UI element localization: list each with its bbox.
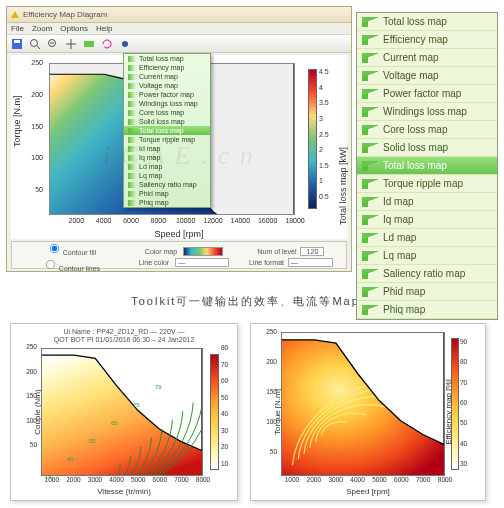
dropdown-item[interactable]: Torque ripple map	[124, 135, 210, 144]
dropdown-item[interactable]: Ld map	[124, 162, 210, 171]
map-chip-icon	[128, 137, 136, 143]
map-chip-icon	[362, 161, 378, 171]
map-chip-icon	[128, 101, 136, 107]
sidebar-item[interactable]: Saliency ratio map	[357, 265, 497, 283]
bl-colorbar-ticks: 1020304050607080	[221, 354, 233, 470]
menu-options[interactable]: Options	[60, 24, 88, 33]
sidebar-item[interactable]: Efficiency map	[357, 31, 497, 49]
dot-icon[interactable]	[119, 38, 131, 50]
sidebar-item[interactable]: Power factor map	[357, 85, 497, 103]
map-chip-icon	[128, 155, 136, 161]
dropdown-item[interactable]: Windings loss map	[124, 99, 210, 108]
dropdown-item[interactable]: Iq map	[124, 153, 210, 162]
zoom-in-icon[interactable]	[29, 38, 41, 50]
dropdown-item[interactable]: Core loss map	[124, 108, 210, 117]
sidebar-item[interactable]: Total loss map	[357, 157, 497, 175]
line-format-input[interactable]: —	[288, 258, 333, 267]
save-icon[interactable]	[11, 38, 23, 50]
map-dropdown[interactable]: Total loss mapEfficiency mapCurrent mapV…	[123, 53, 211, 208]
sidebar-item[interactable]: Voltage map	[357, 67, 497, 85]
sidebar-item[interactable]: Phid map	[357, 283, 497, 301]
radio-contour-fill[interactable]: Contour fill	[48, 242, 96, 256]
map-chip-icon	[362, 251, 378, 261]
line-color-input[interactable]: —	[175, 258, 229, 267]
zoom-out-icon[interactable]	[47, 38, 59, 50]
line-format-label: Line format	[249, 259, 284, 266]
bottom-right-chart: Torque [N.m] Speed [rpm] Efficiency map …	[250, 323, 486, 501]
br-colorbar-ticks: 30405060708090	[460, 338, 472, 470]
map-chip-icon	[128, 200, 136, 206]
sidebar-item[interactable]: Core loss map	[357, 121, 497, 139]
sidebar-item[interactable]: Windings loss map	[357, 103, 497, 121]
map-chip-icon	[128, 83, 136, 89]
dropdown-item[interactable]: Power factor map	[124, 90, 210, 99]
map-chip-icon	[362, 305, 378, 315]
menu-file[interactable]: File	[11, 24, 24, 33]
map-chip-icon	[128, 74, 136, 80]
color-map-label: Color map	[145, 248, 177, 255]
bl-xticks: 10002000300040005000600070008000	[41, 476, 203, 486]
dropdown-item[interactable]: Id map	[124, 144, 210, 153]
map-chip-icon	[362, 233, 378, 243]
dropdown-item[interactable]: Total loss map	[124, 126, 210, 135]
colorbar-label: Total loss map [kW]	[338, 147, 348, 225]
br-colorbar	[451, 338, 459, 470]
map-chip-icon	[362, 215, 378, 225]
radio-contour-lines[interactable]: Contour lines	[44, 258, 100, 272]
map-chip-icon	[128, 128, 136, 134]
map-chip-icon	[128, 56, 136, 62]
dropdown-item[interactable]: Efficiency map	[124, 63, 210, 72]
sidebar-item[interactable]: Ld map	[357, 229, 497, 247]
map-type-list: Total loss mapEfficiency mapCurrent mapV…	[356, 12, 498, 320]
num-level-input[interactable]: 120	[300, 247, 324, 256]
map-chip-icon	[362, 35, 378, 45]
map-chip-icon	[128, 173, 136, 179]
map-chip-icon	[362, 269, 378, 279]
sidebar-item[interactable]: Solid loss map	[357, 139, 497, 157]
bl-yticks: 50100150200250	[25, 348, 39, 476]
y-ticks: 50100150200250	[25, 63, 47, 215]
sidebar-item[interactable]: Phiq map	[357, 301, 497, 319]
map-chip-icon	[362, 179, 378, 189]
menu-zoom[interactable]: Zoom	[32, 24, 52, 33]
sidebar-item[interactable]: Current map	[357, 49, 497, 67]
map-chip-icon	[128, 146, 136, 152]
map-chip-icon	[362, 89, 378, 99]
dropdown-item[interactable]: Phiq map	[124, 198, 210, 207]
app-icon	[11, 11, 19, 18]
map-select-icon[interactable]	[83, 38, 95, 50]
sidebar-item[interactable]: Iq map	[357, 211, 497, 229]
refresh-icon[interactable]	[101, 38, 113, 50]
menu-help[interactable]: Help	[96, 24, 112, 33]
app-title: Efficiency Map Diagram	[23, 10, 107, 19]
bl-plot	[41, 348, 203, 476]
dropdown-item[interactable]: Saliency ratio map	[124, 180, 210, 189]
sidebar-item[interactable]: Lq map	[357, 247, 497, 265]
map-chip-icon	[362, 17, 378, 27]
dropdown-item[interactable]: Lq map	[124, 171, 210, 180]
dropdown-item[interactable]: Voltage map	[124, 81, 210, 90]
pan-icon[interactable]	[65, 38, 77, 50]
sidebar-item[interactable]: Total loss map	[357, 13, 497, 31]
color-map-swatch[interactable]	[183, 247, 223, 256]
map-chip-icon	[362, 53, 378, 63]
dropdown-item[interactable]: Total loss map	[124, 54, 210, 63]
svg-line-3	[37, 46, 40, 49]
sidebar-item[interactable]: Id map	[357, 193, 497, 211]
dropdown-item[interactable]: Current map	[124, 72, 210, 81]
colorbar-ticks: 0.511.522.533.544.5	[319, 69, 335, 209]
app-window: Efficiency Map Diagram File Zoom Options…	[6, 6, 352, 272]
map-chip-icon	[128, 191, 136, 197]
map-chip-icon	[128, 119, 136, 125]
dropdown-item[interactable]: Solid loss map	[124, 117, 210, 126]
map-chip-icon	[362, 143, 378, 153]
map-chip-icon	[362, 125, 378, 135]
dropdown-item[interactable]: Phid map	[124, 189, 210, 198]
map-chip-icon	[128, 110, 136, 116]
map-chip-icon	[362, 107, 378, 117]
toolbar	[7, 35, 351, 53]
y-axis-label: Torque [N.m]	[12, 95, 22, 147]
sidebar-item[interactable]: Torque ripple map	[357, 175, 497, 193]
br-xticks: 10002000300040005000600070008000	[281, 476, 445, 486]
x-ticks: 2000400060008000100001200014000160001800…	[49, 217, 295, 229]
